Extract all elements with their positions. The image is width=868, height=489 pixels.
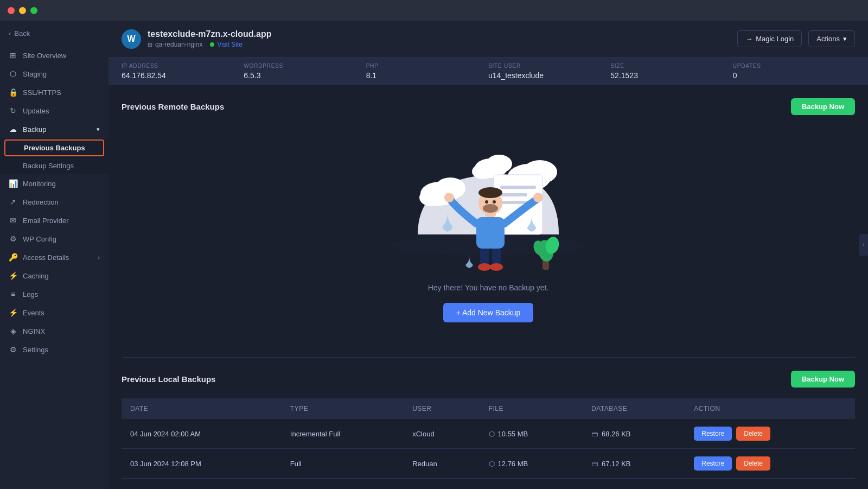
- cell-user: xCloud: [404, 419, 480, 449]
- lock-icon: 🔒: [9, 88, 17, 97]
- updates-label: UPDATES: [733, 63, 855, 69]
- sidebar-item-ssl[interactable]: 🔒 SSL/HTTPS: [0, 83, 108, 101]
- actions-button[interactable]: Actions ▾: [808, 30, 855, 47]
- restore-button[interactable]: Restore: [694, 456, 732, 471]
- close-button[interactable]: [8, 7, 15, 14]
- svg-point-26: [493, 200, 496, 204]
- sidebar-label: SSL/HTTPS: [23, 88, 61, 97]
- updates-value: 0: [733, 71, 855, 80]
- cell-user: Reduan: [404, 449, 480, 479]
- header-left: W testexclude-m7zn.x-cloud.app ⊞ qa-redu…: [122, 29, 272, 49]
- back-icon: ‹: [9, 29, 11, 37]
- staging-icon: ⬡: [9, 69, 17, 78]
- cell-type: Incremental Full: [282, 419, 404, 449]
- email-icon: ✉: [9, 216, 17, 225]
- sidebar-item-caching[interactable]: ⚡ Caching: [0, 266, 108, 285]
- svg-point-3: [419, 189, 443, 206]
- local-section-header: Previous Local Backups Backup Now: [122, 371, 855, 388]
- sidebar-item-redirection[interactable]: ↗ Redirection: [0, 193, 108, 211]
- sidebar-item-wp-config[interactable]: ⚙ WP Config: [0, 230, 108, 248]
- sidebar-label: Email Provider: [23, 217, 69, 225]
- actions-label: Actions: [816, 35, 840, 43]
- svg-point-23: [478, 187, 502, 198]
- sidebar-item-site-overview[interactable]: ⊞ Site Overview: [0, 46, 108, 65]
- settings-icon: ⚙: [9, 345, 17, 354]
- db-icon: 🗃: [591, 460, 598, 468]
- sidebar-label: Events: [23, 309, 44, 317]
- chevron-right-icon: ›: [98, 254, 100, 261]
- sidebar-item-staging[interactable]: ⬡ Staging: [0, 65, 108, 83]
- sidebar-label: Site Overview: [23, 52, 66, 60]
- status-dot: [210, 42, 214, 47]
- svg-point-24: [483, 204, 498, 213]
- delete-button[interactable]: Delete: [736, 456, 770, 471]
- magic-login-button[interactable]: → Magic Login: [737, 30, 802, 47]
- remote-section-title: Previous Remote Backups: [122, 102, 224, 111]
- magic-login-label: Magic Login: [756, 35, 794, 43]
- file-icon: ⬡: [489, 430, 495, 438]
- sidebar-item-backup[interactable]: ☁ Backup ▾: [0, 120, 108, 138]
- svg-point-17: [490, 263, 503, 271]
- svg-point-16: [478, 263, 491, 271]
- delete-button[interactable]: Delete: [736, 427, 770, 441]
- nginx-icon: ◈: [9, 327, 17, 335]
- sidebar-item-nginx[interactable]: ◈ NGINX: [0, 322, 108, 340]
- sidebar-item-events[interactable]: ⚡ Events: [0, 303, 108, 322]
- sidebar: ‹ Back ⊞ Site Overview ⬡ Staging 🔒 SSL/H…: [0, 21, 108, 489]
- size-label: SIZE: [610, 63, 732, 69]
- content-area: Previous Remote Backups Backup Now: [108, 85, 868, 489]
- sidebar-item-settings[interactable]: ⚙ Settings: [0, 340, 108, 359]
- restore-button[interactable]: Restore: [694, 427, 732, 441]
- sidebar-label: Access Details: [23, 253, 69, 262]
- sidebar-label: Updates: [23, 107, 49, 115]
- maximize-button[interactable]: [30, 7, 37, 14]
- backup-illustration: [385, 137, 591, 283]
- site-header: W testexclude-m7zn.x-cloud.app ⊞ qa-redu…: [108, 21, 868, 58]
- remote-backup-now-button[interactable]: Backup Now: [791, 98, 855, 115]
- site-meta: ⊞ qa-reduan-nginx Visit Site: [148, 41, 272, 48]
- sidebar-item-updates[interactable]: ↻ Updates: [0, 101, 108, 120]
- titlebar: [0, 0, 868, 21]
- cloud-icon: ☁: [9, 125, 17, 134]
- cell-action: Restore Delete: [685, 419, 855, 449]
- size-info: SIZE 52.1523: [610, 63, 732, 80]
- svg-rect-11: [500, 186, 536, 189]
- sidebar-item-access-details[interactable]: 🔑 Access Details ›: [0, 248, 108, 266]
- empty-state: Hey there! You have no Backup yet. + Add…: [122, 126, 855, 344]
- minimize-button[interactable]: [19, 7, 26, 14]
- submenu-previous-backups[interactable]: Previous Backups: [4, 139, 104, 156]
- svg-point-25: [485, 200, 488, 204]
- sidebar-item-monitoring[interactable]: 📊 Monitoring: [0, 174, 108, 193]
- size-value: 52.1523: [610, 71, 732, 80]
- redirect-icon: ↗: [9, 198, 17, 206]
- sidebar-label: Caching: [23, 272, 49, 280]
- add-new-backup-button[interactable]: + Add New Backup: [443, 303, 534, 322]
- back-button[interactable]: ‹ Back: [0, 25, 108, 46]
- config-icon: ⚙: [9, 234, 17, 243]
- sidebar-item-logs[interactable]: ≡ Logs: [0, 285, 108, 303]
- cell-file: ⬡ 10.55 MB: [480, 419, 583, 449]
- table-row: 04 Jun 2024 02:00 AM Incremental Full xC…: [122, 419, 855, 449]
- wordpress-info: WORDPRESS 6.5.3: [244, 63, 366, 80]
- visit-site-link[interactable]: Visit Site: [217, 41, 242, 48]
- collapse-sidebar-button[interactable]: ›: [859, 234, 868, 256]
- sidebar-item-email-provider[interactable]: ✉ Email Provider: [0, 211, 108, 230]
- visit-site-meta[interactable]: Visit Site: [210, 41, 242, 48]
- cell-date: 04 Jun 2024 02:00 AM: [122, 419, 282, 449]
- local-backup-now-button[interactable]: Backup Now: [791, 371, 855, 388]
- ip-label: IP ADDRESS: [122, 63, 244, 69]
- key-icon: 🔑: [9, 253, 17, 262]
- svg-rect-12: [500, 193, 527, 196]
- file-icon: ⬡: [489, 460, 495, 468]
- back-label: Back: [14, 29, 30, 37]
- sidebar-label: WP Config: [23, 235, 56, 243]
- db-icon: 🗃: [591, 430, 598, 438]
- col-date: Date: [122, 398, 282, 419]
- server-meta: ⊞ qa-reduan-nginx: [148, 41, 202, 48]
- sidebar-label: Backup: [23, 125, 46, 134]
- submenu-backup-settings[interactable]: Backup Settings: [0, 157, 108, 174]
- php-info: PHP 8.1: [366, 63, 488, 80]
- wp-value: 6.5.3: [244, 71, 366, 80]
- site-user-info: SITE USER u14_testexclude: [488, 63, 610, 80]
- sidebar-label: Monitoring: [23, 180, 56, 188]
